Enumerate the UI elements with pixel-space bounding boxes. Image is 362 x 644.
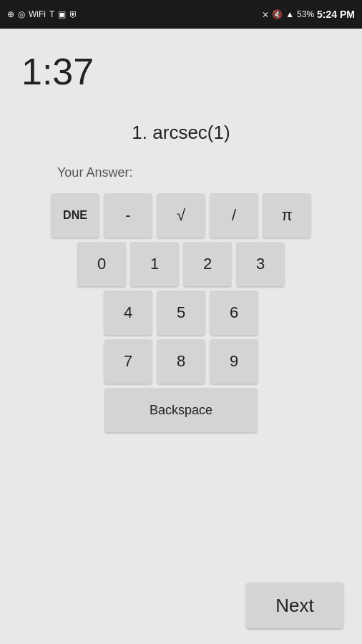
keypad: DNE - √ / π 0 1 2 3 4 5 6 7 8 9 Backspac… xyxy=(0,193,362,432)
key-4[interactable]: 4 xyxy=(104,291,152,335)
status-bar-right: ⨯ 🔇 ▲ 53% 5:24 PM xyxy=(262,9,355,20)
next-button-container: Next xyxy=(246,582,343,628)
keypad-row-5: Backspace xyxy=(104,388,258,432)
answer-label: Your Answer: xyxy=(57,165,362,180)
status-bar-left: ⊕ ◎ WiFi T ▣ ⛨ xyxy=(7,9,78,19)
key-divide[interactable]: / xyxy=(210,193,258,238)
shield-icon: ⛨ xyxy=(69,9,78,19)
key-7[interactable]: 7 xyxy=(104,339,152,384)
add-icon: ⊕ xyxy=(7,9,14,19)
wifi-icon: WiFi xyxy=(29,9,46,19)
key-dne[interactable]: DNE xyxy=(51,193,99,238)
status-bar: ⊕ ◎ WiFi T ▣ ⛨ ⨯ 🔇 ▲ 53% 5:24 PM xyxy=(0,0,362,29)
clock: 5:24 PM xyxy=(317,9,355,20)
timer-display: 1:37 xyxy=(21,50,362,93)
bluetooth-icon: ⨯ xyxy=(262,9,269,19)
key-sqrt[interactable]: √ xyxy=(157,193,205,238)
key-1[interactable]: 1 xyxy=(130,242,179,286)
key-3[interactable]: 3 xyxy=(236,242,285,286)
question-text: 1. arcsec(1) xyxy=(0,122,362,144)
key-6[interactable]: 6 xyxy=(210,291,258,335)
circle-icon: ◎ xyxy=(18,9,25,19)
image-icon: ▣ xyxy=(58,9,66,19)
key-8[interactable]: 8 xyxy=(157,339,205,384)
battery-text: 53% xyxy=(297,9,314,19)
key-backspace[interactable]: Backspace xyxy=(104,388,258,432)
key-9[interactable]: 9 xyxy=(210,339,258,384)
mute-icon: 🔇 xyxy=(272,9,283,19)
signal-icon: ▲ xyxy=(285,9,294,19)
key-5[interactable]: 5 xyxy=(157,291,205,335)
t-icon: T xyxy=(49,9,54,19)
next-button[interactable]: Next xyxy=(246,582,343,628)
keypad-row-3: 4 5 6 xyxy=(104,291,258,335)
key-0[interactable]: 0 xyxy=(77,242,126,286)
key-pi[interactable]: π xyxy=(263,193,311,238)
keypad-row-1: DNE - √ / π xyxy=(51,193,311,238)
key-2[interactable]: 2 xyxy=(183,242,232,286)
key-minus[interactable]: - xyxy=(104,193,152,238)
keypad-row-2: 0 1 2 3 xyxy=(77,242,285,286)
keypad-row-4: 7 8 9 xyxy=(104,339,258,384)
